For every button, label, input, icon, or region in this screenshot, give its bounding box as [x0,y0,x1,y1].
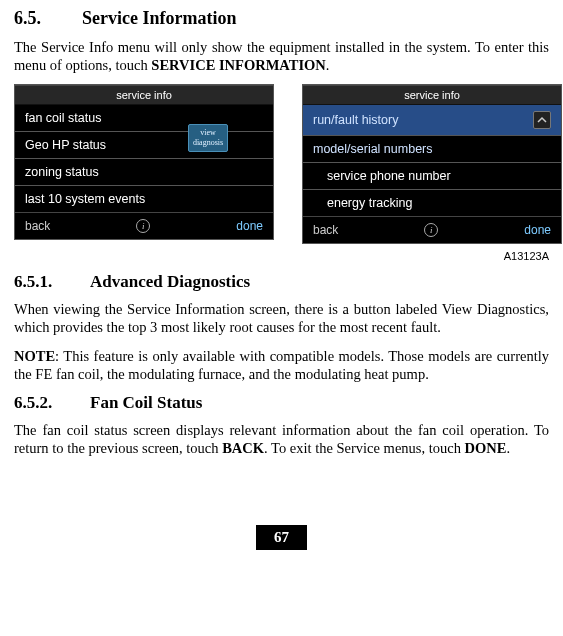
chevron-up-icon[interactable] [533,111,551,129]
back-keyword: BACK [222,440,264,456]
list-item[interactable]: energy tracking [303,190,561,216]
subsection-title: Advanced Diagnostics [90,272,250,291]
intro-paragraph: The Service Info menu will only show the… [14,38,549,74]
done-button[interactable]: done [236,219,263,233]
fan-coil-paragraph: The fan coil status screen displays rele… [14,421,549,457]
done-keyword: DONE [465,440,507,456]
service-info-screen-left: service info fan coil status Geo HP stat… [14,84,274,240]
service-info-keyword: SERVICE INFORMATION [151,57,325,73]
note-paragraph: NOTE: This feature is only available wit… [14,347,549,383]
list-item[interactable]: Geo HP status [15,132,273,159]
section-number: 6.5. [14,8,82,29]
list-item[interactable]: zoning status [15,159,273,186]
subsection-heading: 6.5.1.Advanced Diagnostics [14,272,549,292]
list-item[interactable]: run/fault history [303,105,561,136]
service-info-screen-right: service info run/fault history model/ser… [302,84,562,244]
subsection-title: Fan Coil Status [90,393,202,412]
subsection-number: 6.5.2. [14,393,90,413]
info-icon[interactable]: i [424,223,438,237]
figure-label: A13123A [14,250,549,262]
subsection-heading: 6.5.2.Fan Coil Status [14,393,549,413]
section-title: Service Information [82,8,236,28]
page-number: 67 [256,525,307,550]
back-button[interactable]: back [25,219,50,233]
list-item[interactable]: last 10 system events [15,186,273,212]
info-icon[interactable]: i [136,219,150,233]
subsection-number: 6.5.1. [14,272,90,292]
advanced-diagnostics-paragraph: When viewing the Service Information scr… [14,300,549,336]
section-heading: 6.5.Service Information [14,8,549,29]
screen-title: service info [303,85,561,105]
view-diagnosis-button[interactable]: viewdiagnosis [188,124,228,152]
list-item[interactable]: model/serial numbers [303,136,561,163]
back-button[interactable]: back [313,223,338,237]
list-item[interactable]: fan coil status [15,105,273,132]
note-label: NOTE [14,348,55,364]
done-button[interactable]: done [524,223,551,237]
screen-title: service info [15,85,273,105]
list-item[interactable]: service phone number [303,163,561,190]
